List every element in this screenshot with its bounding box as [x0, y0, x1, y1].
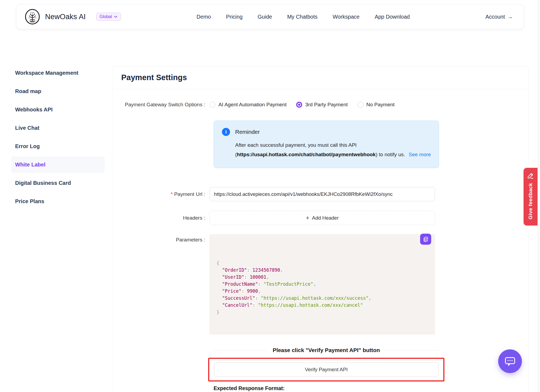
payment-settings-card: Payment Settings Payment Gateway Switch …	[112, 66, 529, 392]
verify-instruction-text: Please click "Verify Payment API" button	[273, 347, 380, 353]
nav-item-demo[interactable]: Demo	[197, 14, 211, 20]
region-label: Global	[100, 14, 112, 19]
chat-widget-button[interactable]	[498, 349, 522, 373]
radio-3rd-party-payment[interactable]: 3rd Party Payment	[296, 102, 347, 108]
nav-item-guide[interactable]: Guide	[258, 14, 272, 20]
radio-unchecked-icon	[210, 102, 215, 108]
radio-ai-agent-automation-payment[interactable]: AI Agent Automation Payment	[210, 102, 286, 108]
pencil-icon	[527, 172, 534, 179]
top-navigation-bar: NewOaks AI Global Demo Pricing Guide My …	[16, 4, 524, 29]
card-header: Payment Settings	[112, 66, 528, 89]
reminder-alert: i Reminder After each successful payment…	[214, 121, 439, 168]
parameters-code-block: { "OrderID": 1234567890, "UserID": 10000…	[210, 234, 435, 335]
radio-no-payment[interactable]: No Payment	[357, 102, 395, 108]
verify-payment-api-button[interactable]: Verify Payment API	[214, 362, 438, 377]
info-icon: i	[222, 128, 230, 136]
required-asterisk: *	[171, 191, 173, 197]
payment-url-input[interactable]	[210, 187, 435, 201]
reminder-title: Reminder	[235, 129, 260, 135]
chevron-down-icon	[114, 16, 117, 18]
sidebar-item-live-chat[interactable]: Live Chat	[11, 120, 105, 136]
radio-checked-icon	[296, 102, 302, 108]
give-feedback-tab[interactable]: Give feedback	[524, 168, 538, 226]
brand-name: NewOaks AI	[45, 13, 86, 21]
reminder-api-url: https://usapi.hottask.com/chat/chatbot/p…	[237, 152, 376, 157]
expected-response-label: Expected Response Format:	[214, 385, 528, 391]
gateway-radio-group: AI Agent Automation Payment 3rd Party Pa…	[210, 102, 435, 108]
sidebar-item-workspace-management[interactable]: Workspace Management	[11, 65, 105, 81]
sidebar-item-road-map[interactable]: Road map	[11, 83, 105, 99]
account-link[interactable]: Account →	[485, 14, 513, 20]
verify-instruction-divider: Please click "Verify Payment API" button	[214, 347, 439, 353]
reminder-body: After each successful payment, you must …	[235, 140, 434, 159]
scrollbar[interactable]	[538, 0, 540, 392]
feedback-label: Give feedback	[528, 183, 534, 219]
add-header-button[interactable]: + Add Header	[210, 211, 435, 225]
account-label: Account	[485, 14, 505, 20]
nav-item-pricing[interactable]: Pricing	[226, 14, 242, 20]
sidebar-item-webhooks-api[interactable]: Webhooks API	[11, 101, 105, 118]
parameters-label: Parameters :	[112, 234, 210, 243]
main-nav: Demo Pricing Guide My Chatbots Workspace…	[197, 14, 410, 20]
nav-item-app-download[interactable]: App Download	[375, 14, 410, 20]
chat-bubble-icon	[504, 355, 517, 368]
annotation-highlight-box: Verify Payment API	[208, 358, 444, 381]
page-title: Payment Settings	[121, 73, 187, 82]
sidebar-item-white-label[interactable]: White Label	[11, 156, 105, 173]
headers-label: Headers :	[112, 215, 210, 221]
radio-unchecked-icon	[357, 102, 363, 108]
sidebar-item-price-plans[interactable]: Price Plans	[11, 193, 105, 209]
payment-url-row: *Payment Url :	[112, 187, 528, 201]
copy-icon[interactable]	[420, 234, 431, 245]
region-selector[interactable]: Global	[96, 13, 121, 21]
sidebar-item-digital-business-card[interactable]: Digital Business Card	[11, 175, 105, 191]
parameters-row: Parameters : { "OrderID": 1234567890, "U…	[112, 234, 528, 335]
brand: NewOaks AI Global	[25, 9, 121, 25]
headers-row: Headers : + Add Header	[112, 211, 528, 225]
sidebar-item-error-log[interactable]: Error Log	[11, 138, 105, 154]
gateway-switch-label: Payment Gateway Switch Options :	[112, 102, 210, 108]
see-more-link[interactable]: See more	[409, 152, 431, 157]
nav-item-my-chatbots[interactable]: My Chatbots	[287, 14, 318, 20]
payment-url-label: *Payment Url :	[112, 191, 210, 197]
plus-icon: +	[306, 215, 309, 221]
settings-sidebar: Workspace Management Road map Webhooks A…	[11, 65, 105, 212]
nav-item-workspace[interactable]: Workspace	[333, 14, 360, 20]
gateway-switch-row: Payment Gateway Switch Options : AI Agen…	[112, 102, 528, 108]
arrow-right-icon: →	[507, 14, 513, 20]
newoaks-logo-icon	[25, 9, 40, 25]
